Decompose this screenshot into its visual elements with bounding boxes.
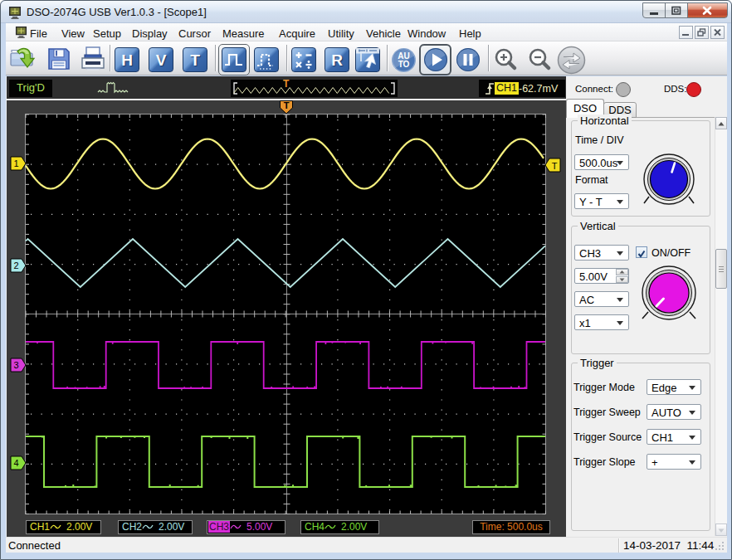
svg-text:AU: AU <box>398 51 409 61</box>
svg-text:3: 3 <box>13 360 18 370</box>
svg-text:TO: TO <box>398 60 410 69</box>
svg-text:T: T <box>284 100 290 110</box>
svg-text:1: 1 <box>13 158 18 168</box>
svg-text:2: 2 <box>13 261 18 270</box>
svg-text:4: 4 <box>13 458 18 468</box>
svg-text:T: T <box>552 161 558 171</box>
